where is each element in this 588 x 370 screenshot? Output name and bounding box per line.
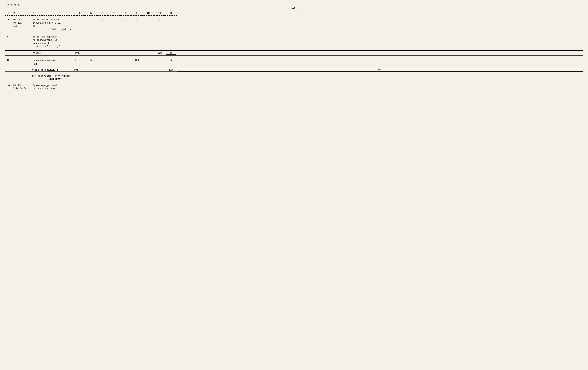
itogo1-7: - (120, 51, 131, 56)
row-code-17: -"- (12, 34, 32, 49)
val-s2-1-5 (97, 83, 108, 92)
val6-7: - (108, 17, 120, 32)
itogo1-4: - (85, 51, 97, 56)
val17-7: - (108, 34, 120, 49)
col-header-6: 6 (97, 11, 108, 15)
section-title-text: II. МАТЕРИАЛЫ, НЕ УЧТЕННЫЕ ЦЕННИКОМ (32, 75, 70, 80)
row-desc-6: То же, на металлокон-струкции по п.п.8-I… (32, 17, 74, 32)
section-ii-title-row: II. МАТЕРИАЛЫ, НЕ УЧТЕННЫЕ ЦЕННИКОМ (5, 73, 583, 81)
val6-11: - (154, 17, 165, 32)
col-header-3: 3 (32, 11, 74, 15)
page-header: 704-I-5I,52 (5, 3, 583, 6)
itogo1-label: Итого: (32, 51, 74, 56)
itogo1-12: 69 (165, 51, 177, 56)
itogo2-11: II4 (165, 68, 177, 72)
itogo2-unit: руб. (74, 68, 85, 72)
itogo1-code (12, 51, 32, 56)
val6-12: - (165, 17, 177, 32)
val18-6: - (108, 58, 120, 67)
val18-7: - (120, 58, 131, 67)
row-s2-desc-1: Приемо-раздаточныйпатрубок ПРП-200, (32, 83, 74, 92)
itogo2-4: - (85, 68, 97, 72)
val18-5: - (97, 58, 108, 67)
col-header-2: 2 (12, 11, 32, 15)
col-header-11: II (154, 11, 165, 15)
val18-9: - (142, 58, 154, 67)
row-number-17: I7. (5, 34, 12, 49)
itogo2-6: - (108, 68, 120, 72)
val17-12: - (165, 34, 177, 49)
val18-8: IO8 (131, 58, 142, 67)
itogo1-8: - (131, 51, 142, 56)
val17-11: - (154, 34, 165, 49)
itogo1-unit: руб. (74, 51, 85, 56)
val6-6: - (97, 17, 108, 32)
section-ii-empty (5, 73, 32, 81)
col-header-8: 8 (120, 11, 131, 15)
row-desc-18: Плановые накопле-ния (32, 58, 74, 67)
val-s2-1-7 (120, 83, 131, 92)
doc-id: 704-I-5I,52 (5, 3, 21, 6)
col-header-12: I2 (165, 11, 177, 15)
val18-11: 6 (165, 58, 177, 67)
spacer (5, 81, 583, 83)
table-row: I. Цен.№Iч.II,п.390 Приемо-раздаточныйпа… (5, 83, 583, 92)
val-s2-1-12 (177, 83, 583, 92)
formula-17: ...x ... xI,3 руб. - (33, 45, 73, 48)
spacer (5, 72, 583, 73)
val-s2-1-10 (154, 83, 165, 92)
row-number-18: I8. (5, 58, 12, 67)
val17-6: - (97, 34, 108, 49)
val6-10: - (142, 17, 154, 32)
itogo2-10: - (154, 68, 165, 72)
itogo2-9: - (142, 68, 154, 72)
val18-10: - (154, 58, 165, 67)
unit-s2-1 (74, 83, 85, 92)
page-number: - 46 - (5, 7, 583, 10)
val6-8: - (120, 17, 131, 32)
itogo1-5: - (97, 51, 108, 56)
spacer (5, 67, 583, 68)
col-header-7: 7 (108, 11, 120, 15)
row-s2-code-1: Цен.№Iч.II,п.390 (12, 83, 32, 92)
spacer (5, 32, 583, 34)
itogo1-9: - (142, 51, 154, 56)
row-number-6: 6. (5, 17, 12, 32)
formula-6: ... x ... x I,083 руб. - (33, 28, 73, 31)
val17-10: - (142, 34, 154, 49)
table-row: 6. 04-II-I04-28a,б,в. То же, на металлок… (5, 17, 583, 32)
itogo2-8: - (131, 68, 142, 72)
val18-4: 6 (85, 58, 97, 67)
table-row: I7. -"- То же, на зарплатупо эксплуатаци… (5, 34, 583, 49)
col-header-10: IO (142, 11, 154, 15)
col-header-5: 5 (85, 11, 97, 15)
unit-17 (74, 34, 85, 49)
itogo1-num (5, 51, 12, 56)
itogo-section-row: Итого по разделу I: руб. - - - - - - - I… (5, 68, 583, 72)
itogo2-num (5, 68, 12, 72)
val18-12: - (177, 58, 583, 67)
spacer (5, 49, 583, 51)
itogo-row-1: Итого: руб. - - - - - - IO8 69 (5, 51, 583, 56)
val17-9: - (131, 34, 142, 49)
unit-18: % (74, 58, 85, 67)
val-s2-1-11 (165, 83, 177, 92)
itogo2-7: - (120, 68, 131, 72)
itogo2-12: 69 (177, 68, 583, 72)
itogo1-11: IO8 (154, 51, 165, 56)
spacer (5, 15, 583, 17)
val-s2-1-4 (85, 83, 97, 92)
row-code-6: 04-II-I04-28a,б,в. (12, 17, 32, 32)
main-table: I 2 3 4 5 6 7 8 9 IO II I2 6. 04-II-I04-… (5, 11, 583, 92)
itogo1-6: - (108, 51, 120, 56)
itogo2-code (12, 68, 32, 72)
itogo2-5: - (97, 68, 108, 72)
val6-5: - (85, 17, 97, 32)
val-s2-1-6 (108, 83, 120, 92)
val17-5: - (85, 34, 97, 49)
col-header-1: I (5, 11, 12, 15)
unit-6 (74, 17, 85, 32)
spacer (5, 56, 583, 58)
row-desc-17: То же, на зарплатупо эксплуатации ма-шин… (32, 34, 74, 49)
val-s2-1-9 (142, 83, 154, 92)
